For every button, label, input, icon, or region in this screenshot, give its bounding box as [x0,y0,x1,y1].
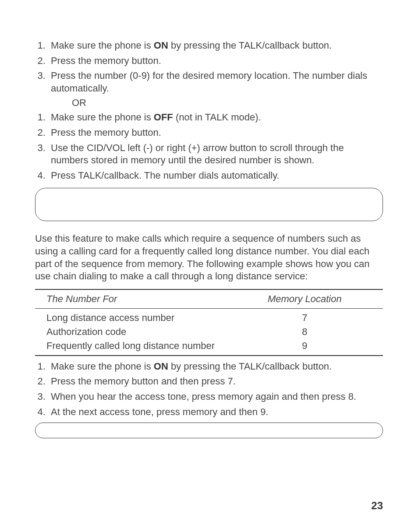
chain-dialing-intro: Use this feature to make calls which req… [35,233,383,282]
text: Make sure the phone is [51,112,154,123]
text: Make sure the phone is [51,40,154,51]
table-header: Memory Location [227,289,383,309]
list-item: Make sure the phone is ON by pressing th… [48,360,383,373]
text: by pressing the TALK/callback button. [168,361,332,372]
table-cell: 7 [227,308,383,325]
callout-box [35,188,383,221]
text: Make sure the phone is [51,361,154,372]
list-item: When you hear the access tone, press mem… [48,391,383,403]
table-cell: Long distance access number [35,308,227,325]
table-row: Frequently called long distance number 9 [35,339,383,356]
table-header-row: The Number For Memory Location [35,289,383,309]
table-cell: 9 [227,339,383,356]
text-bold: OFF [154,112,173,123]
list-item: Make sure the phone is OFF (not in TALK … [48,111,383,124]
table-cell: Frequently called long distance number [35,339,227,356]
text-bold: ON [154,361,168,372]
list-item: Use the CID/VOL left (-) or right (+) ar… [48,142,383,167]
instruction-list-2: Make sure the phone is OFF (not in TALK … [35,111,383,182]
text: (not in TALK mode). [173,112,261,123]
list-item: Press TALK/callback. The number dials au… [48,169,383,182]
table-row: Authorization code 8 [35,325,383,339]
page-content: Make sure the phone is ON by pressing th… [0,0,418,532]
list-item: Press the memory button and then press 7… [48,375,383,388]
text-bold: ON [154,40,168,51]
table-row: Long distance access number 7 [35,308,383,325]
instruction-list-1: Make sure the phone is ON by pressing th… [35,39,383,95]
list-item: At the next access tone, press memory an… [48,406,383,419]
list-item: Press the number (0-9) for the desired m… [48,70,383,95]
table-header: The Number For [35,289,227,309]
list-item: Press the memory button. [48,127,383,139]
or-separator: OR [72,97,383,109]
list-item: Make sure the phone is ON by pressing th… [48,39,383,52]
page-number: 23 [371,500,383,512]
table-cell: 8 [227,325,383,339]
text: by pressing the TALK/callback button. [168,40,332,51]
instruction-list-3: Make sure the phone is ON by pressing th… [35,360,383,418]
chain-dialing-table: The Number For Memory Location Long dist… [35,289,383,356]
list-item: Press the memory button. [48,55,383,67]
table-cell: Authorization code [35,325,227,339]
callout-box-small [35,423,383,438]
